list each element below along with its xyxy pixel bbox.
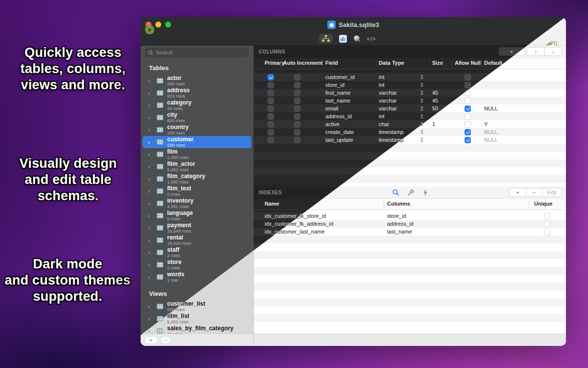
chevron-right-icon[interactable]: › xyxy=(146,127,152,133)
data-type-stepper[interactable] xyxy=(419,105,424,111)
allow-null-checkbox[interactable] xyxy=(465,137,471,143)
add-item-button[interactable]: + xyxy=(145,336,157,344)
sidebar-item-film[interactable]: ›film1,000 rows xyxy=(143,148,251,160)
primary-checkbox[interactable] xyxy=(268,105,274,112)
sidebar-item-category[interactable]: ›category16 rows xyxy=(143,99,251,111)
remove-index-button[interactable]: − xyxy=(526,188,542,196)
chevron-right-icon[interactable]: › xyxy=(146,200,152,207)
auto-increment-checkbox[interactable] xyxy=(294,113,300,120)
wrench-icon[interactable] xyxy=(407,189,415,196)
sidebar-item-customer[interactable]: ›customer599 rows xyxy=(143,136,251,148)
zoom-button[interactable] xyxy=(165,22,171,27)
sidebar-item-name: rental xyxy=(167,235,191,240)
sidebar-item-rowcount: 600 rows xyxy=(167,119,185,123)
data-type-stepper[interactable] xyxy=(419,82,424,88)
chevron-right-icon[interactable]: › xyxy=(146,176,152,183)
auto-increment-checkbox[interactable] xyxy=(294,98,300,104)
allow-null-checkbox[interactable] xyxy=(465,74,471,80)
field-name: create_date xyxy=(325,129,354,135)
sidebar-item-actor[interactable]: ›actor200 rows xyxy=(143,75,251,87)
structure-view-button[interactable] xyxy=(319,34,333,43)
chevron-right-icon[interactable]: › xyxy=(146,303,152,310)
allow-null-checkbox[interactable] xyxy=(465,82,471,88)
sidebar-item-language[interactable]: ›language6 rows xyxy=(143,210,251,222)
data-type-stepper[interactable] xyxy=(419,113,424,119)
primary-checkbox[interactable] xyxy=(268,121,274,128)
chevron-right-icon[interactable]: › xyxy=(146,212,152,219)
edit-index-button[interactable]: Edit xyxy=(542,188,562,196)
unique-checkbox[interactable] xyxy=(544,229,550,235)
sidebar-item-rowcount: 603 rows xyxy=(167,94,190,99)
auto-increment-checkbox[interactable] xyxy=(294,105,300,112)
header-separator xyxy=(383,201,384,208)
sidebar-item-inventory[interactable]: ›inventory4,581 rows xyxy=(143,197,251,210)
minimize-button[interactable] xyxy=(155,22,161,27)
sphere-search-button[interactable] xyxy=(353,35,361,42)
data-type-stepper[interactable] xyxy=(419,137,424,143)
more-options-button[interactable]: ⋯ xyxy=(160,336,171,344)
primary-checkbox[interactable] xyxy=(268,82,274,88)
chevron-right-icon[interactable]: › xyxy=(146,151,152,158)
sidebar-item-city[interactable]: ›city600 rows xyxy=(143,111,251,124)
sidebar-item-address[interactable]: ›address603 rows xyxy=(143,87,251,99)
allow-null-checkbox[interactable] xyxy=(465,129,471,135)
data-type-stepper[interactable] xyxy=(419,98,424,104)
primary-checkbox[interactable] xyxy=(268,90,274,96)
unique-checkbox[interactable] xyxy=(544,213,550,219)
primary-checkbox[interactable] xyxy=(268,129,274,135)
auto-increment-checkbox[interactable] xyxy=(294,121,300,128)
data-type-stepper[interactable] xyxy=(419,90,424,96)
auto-increment-checkbox[interactable] xyxy=(294,129,300,135)
data-type-stepper[interactable] xyxy=(419,74,424,80)
code-view-button[interactable]: </> xyxy=(367,36,376,42)
sidebar-item-staff[interactable]: ›staff2 rows xyxy=(143,246,251,259)
data-type-stepper[interactable] xyxy=(419,129,424,135)
primary-checkbox[interactable] xyxy=(268,98,274,104)
run-button[interactable] xyxy=(145,25,154,34)
sidebar-item-film_actor[interactable]: ›film_actor5,462 rows xyxy=(143,160,251,173)
search-field[interactable]: Search xyxy=(145,48,249,57)
sidebar-item-rowcount: 599 rows xyxy=(167,143,194,148)
primary-checkbox[interactable] xyxy=(268,74,274,80)
chevron-right-icon[interactable]: › xyxy=(146,237,152,244)
chevron-right-icon[interactable]: › xyxy=(146,114,152,121)
allow-null-checkbox[interactable] xyxy=(465,105,471,112)
sidebar-item-payment[interactable]: ›payment16,049 rows xyxy=(143,222,251,234)
chevron-right-icon[interactable]: › xyxy=(146,139,152,146)
chevron-right-icon[interactable]: › xyxy=(146,78,152,84)
index-row-idx_customer_last_name[interactable]: idx_customer_last_namelast_name xyxy=(254,228,566,236)
auto-increment-checkbox[interactable] xyxy=(294,82,300,88)
auto-increment-checkbox[interactable] xyxy=(294,74,300,80)
index-search-icon[interactable] xyxy=(392,189,399,196)
move-column-up-button[interactable]: ↑ xyxy=(527,48,544,55)
empty-row xyxy=(254,275,566,283)
auto-increment-checkbox[interactable] xyxy=(294,90,300,96)
move-column-down-button[interactable]: ↓ xyxy=(544,48,562,55)
sidebar-item-film_category[interactable]: ›film_category1,000 rows xyxy=(143,173,251,185)
chevron-right-icon[interactable]: › xyxy=(146,249,152,256)
column-header-allow-null: Allow Null xyxy=(455,60,481,66)
chevron-right-icon[interactable]: › xyxy=(146,102,152,109)
allow-null-checkbox[interactable] xyxy=(465,121,471,128)
chevron-right-icon[interactable]: › xyxy=(146,262,152,268)
allow-null-checkbox[interactable] xyxy=(465,98,471,104)
chevron-right-icon[interactable]: › xyxy=(146,90,152,97)
allow-null-checkbox[interactable] xyxy=(465,113,471,120)
chart-view-button[interactable] xyxy=(339,35,347,43)
chevron-right-icon[interactable]: › xyxy=(146,315,152,322)
table-grid-icon xyxy=(157,152,163,157)
unique-checkbox[interactable] xyxy=(544,221,550,227)
sidebar-item-country[interactable]: ›country109 rows xyxy=(143,124,251,136)
chevron-right-icon[interactable]: › xyxy=(146,163,152,170)
primary-checkbox[interactable] xyxy=(268,113,274,120)
lightning-icon[interactable] xyxy=(422,189,428,196)
add-index-button[interactable]: + xyxy=(510,188,526,196)
sidebar-item-film_text[interactable]: ›film_text0 rows xyxy=(143,185,251,197)
chevron-right-icon[interactable]: › xyxy=(146,225,152,232)
primary-checkbox[interactable] xyxy=(268,137,274,143)
sidebar-item-rental[interactable]: ›rental16,044 rows xyxy=(143,234,251,246)
index-row-idx_customer_fk_address_id[interactable]: idx_customer_fk_address_idaddress_id xyxy=(254,220,566,228)
auto-increment-checkbox[interactable] xyxy=(294,137,300,143)
chevron-right-icon[interactable]: › xyxy=(146,274,152,281)
chevron-right-icon[interactable]: › xyxy=(146,188,152,195)
